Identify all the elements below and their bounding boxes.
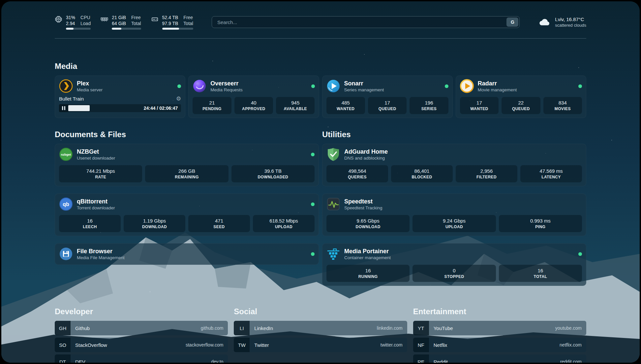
section-title-entertainment: Entertainment (413, 307, 586, 316)
service-name: Media Portainer (344, 248, 391, 255)
service-description: Container management (344, 255, 391, 260)
bookmarks-section: Developer GH Github github.com SO StackO… (55, 307, 586, 363)
bookmark-twitter[interactable]: TW Twitter twitter.com (234, 338, 407, 352)
stat-upload: 618.52 MbpsUPLOAD (253, 215, 315, 232)
bookmark-group-social: Social LI LinkedIn linkedin.com TW Twitt… (234, 307, 407, 363)
bookmark-url: reddit.com (560, 359, 586, 363)
memory-progressbar (112, 28, 141, 30)
service-stats: 16RUNNING 0STOPPED 16TOTAL (326, 265, 582, 282)
service-stats: 16LEECH 1.19 GbpsDOWNLOAD 471SEED 618.52… (59, 215, 315, 232)
service-name: AdGuard Home (344, 148, 388, 155)
pause-icon (62, 106, 65, 110)
service-stats: 17WANTED 22QUEUED 834MOVIES (460, 97, 582, 114)
cloud-icon (538, 18, 551, 27)
service-card-nzbget[interactable]: nzbget NZBGet Usenet downloader 744.21 M… (55, 144, 319, 186)
stat-approved: 40APPROVED (234, 97, 273, 114)
section-title-documents: Documents & Files (55, 130, 319, 139)
service-name: Radarr (478, 80, 517, 87)
status-dot (311, 84, 315, 88)
utilities-column: Utilities (322, 130, 586, 286)
dashboard-window: 31% CPU 2.94 Load 21 GiB (1, 1, 640, 363)
stat-download: 9.65 GbpsDOWNLOAD (326, 215, 410, 232)
memory-label-bottom: Total (131, 20, 141, 26)
section-title-utilities: Utilities (322, 130, 586, 139)
stat-wanted: 485WANTED (326, 97, 365, 114)
bookmark-stackoverflow[interactable]: SO StackOverflow stackoverflow.com (55, 338, 228, 352)
stat-download: 1.19 GbpsDOWNLOAD (124, 215, 185, 232)
pause-button[interactable] (59, 104, 68, 112)
service-card-speedtest[interactable]: Speedtest Speedtest Tracking 9.65 GbpsDO… (322, 194, 586, 236)
section-title-media: Media (55, 62, 586, 71)
service-description: Media server (77, 87, 103, 92)
bookmark-group-entertainment: Entertainment YT YouTube youtube.com NF … (413, 307, 586, 363)
bookmark-dev[interactable]: DT DEV dev.to (55, 354, 228, 363)
filebrowser-icon (59, 247, 73, 261)
status-dot (578, 252, 582, 256)
memory-icon (101, 15, 108, 23)
stat-running: 16RUNNING (326, 265, 410, 282)
bookmark-name: LinkedIn (250, 325, 273, 331)
service-card-plex[interactable]: Plex Media server Bullet Train ⚙ 24:44 /… (55, 76, 185, 118)
cpu-icon (55, 15, 62, 23)
service-card-radarr[interactable]: Radarr Movie management 17WANTED 22QUEUE… (456, 76, 586, 118)
cpu-progressbar (66, 28, 91, 30)
service-card-overseerr[interactable]: Overseerr Media Requests 21PENDING 40APP… (188, 76, 319, 118)
bookmark-youtube[interactable]: YT YouTube youtube.com (413, 321, 586, 335)
bookmark-name: DEV (71, 359, 85, 363)
speedtest-icon (326, 197, 340, 211)
service-card-filebrowser[interactable]: File Browser Media File Management (55, 243, 319, 265)
disk-free-value: 52.4 TB (162, 15, 178, 20)
stat-upload: 9.24 GbpsUPLOAD (412, 215, 496, 232)
service-card-sonarr[interactable]: Sonarr Series management 485WANTED 17QUE… (322, 76, 453, 118)
snow-specks (1, 1, 2, 2)
weather-location: Lviv, 16.87°C (555, 16, 586, 22)
stat-queued: 22QUEUED (502, 97, 540, 114)
resource-widgets: 31% CPU 2.94 Load 21 GiB (55, 15, 193, 30)
cpu-load-value: 2.94 (66, 20, 75, 26)
service-card-qbittorrent[interactable]: qb qBittorrent Torrent downloader 16LEEC… (55, 194, 319, 236)
service-card-adguard[interactable]: AdGuard Home DNS and adblocking 498,564Q… (322, 144, 586, 186)
service-stats: 21PENDING 40APPROVED 945AVAILABLE (193, 97, 315, 114)
disk-progressbar (162, 28, 193, 30)
bookmark-netflix[interactable]: NF Netflix netflix.com (413, 338, 586, 352)
bookmark-url: stackoverflow.com (186, 342, 228, 348)
gear-icon[interactable]: ⚙ (176, 96, 181, 102)
service-card-portainer[interactable]: Media Portainer Container management 16R… (322, 243, 586, 286)
stat-pending: 21PENDING (193, 97, 231, 114)
cpu-label-bottom: Load (80, 20, 91, 26)
header-divider (55, 38, 586, 39)
documents-column: Documents & Files nzbget NZBGet Usenet d… (55, 130, 319, 286)
status-dot (445, 84, 448, 88)
search-provider-button[interactable]: G (506, 17, 518, 27)
sonarr-icon (326, 79, 340, 93)
service-name: NZBGet (77, 148, 115, 155)
service-stats: 485WANTED 17QUEUED 196SERIES (326, 97, 448, 114)
bookmark-github[interactable]: GH Github github.com (55, 321, 228, 335)
svg-text:nzbget: nzbget (61, 153, 71, 156)
now-playing-title: Bullet Train (59, 96, 84, 102)
bookmark-abbr: YT (413, 321, 429, 335)
stat-latency: 47.569 msLATENCY (520, 165, 582, 182)
search-input[interactable] (212, 16, 520, 28)
status-dot (578, 84, 582, 88)
bookmark-linkedin[interactable]: LI LinkedIn linkedin.com (234, 321, 407, 335)
radarr-icon (460, 79, 474, 93)
service-stats: 498,564QUERIES 86,401BLOCKED 2,956FILTER… (326, 165, 582, 182)
service-description: Usenet downloader (77, 156, 115, 161)
disk-label-bottom: Total (183, 20, 193, 26)
service-name: File Browser (77, 248, 125, 255)
bookmark-reddit[interactable]: RE Reddit reddit.com (413, 354, 586, 363)
stat-queries: 498,564QUERIES (326, 165, 388, 182)
bookmark-abbr: SO (55, 338, 71, 352)
cpu-widget: 31% CPU 2.94 Load (55, 15, 91, 30)
section-title-developer: Developer (55, 307, 228, 316)
bookmark-abbr: GH (55, 321, 71, 335)
disk-label-top: Free (183, 15, 193, 20)
media-cards-row: Plex Media server Bullet Train ⚙ 24:44 /… (55, 76, 586, 118)
section-title-social: Social (234, 307, 407, 316)
memory-label-top: Free (131, 15, 141, 20)
stat-blocked: 86,401BLOCKED (391, 165, 453, 182)
stat-filtered: 2,956FILTERED (456, 165, 517, 182)
memory-total-value: 64 GiB (112, 20, 126, 26)
cpu-label-top: CPU (80, 15, 91, 20)
